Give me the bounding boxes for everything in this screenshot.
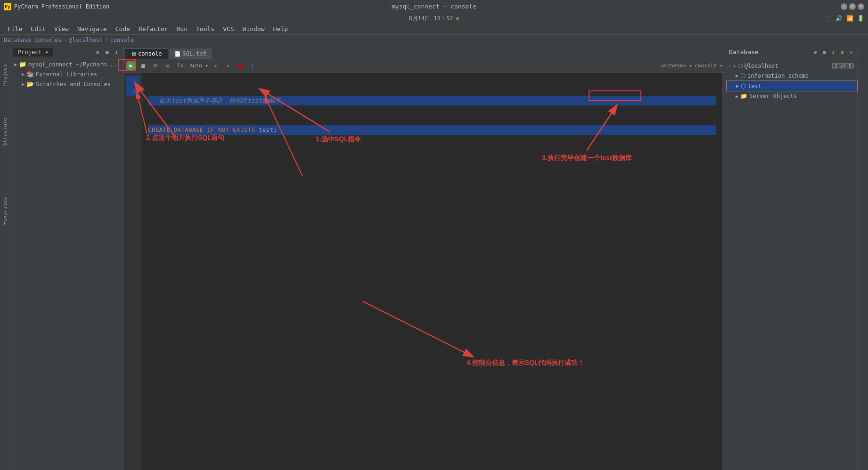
db-icon-info: ⬡	[740, 72, 745, 79]
editor-area: 🖥 console 📄 SQL.txt ▶ ⏹ ⟳ ⚙ Tx: Auto ▾ ↶…	[123, 45, 726, 470]
db-expand-icon: ▾	[733, 64, 736, 69]
more-button[interactable]: ⋮	[248, 61, 257, 71]
status-dot	[456, 17, 459, 20]
left-thin-bar: Project Structure Favorites	[0, 45, 10, 470]
db-check-icon: ✓	[728, 63, 731, 69]
system-bar-right: ⬛ 🔊 📶 🔋	[825, 15, 864, 22]
database-panel: Database ⊕ ≡ ↕ ⚙ ▽ ✓ ▾ ⬡ @localhost 2 of…	[726, 45, 858, 470]
code-line-2: CREATE DATABASE IF NOT EXISTS test;	[148, 125, 716, 135]
menu-tools[interactable]: Tools	[192, 24, 218, 33]
stop-button[interactable]: ⏹	[139, 61, 148, 71]
code-line-1: -- 如果test数据库不存在，就创建test数据库:	[148, 96, 716, 106]
scratches-icon: 📂	[26, 81, 34, 88]
db-badge: 2 of 5	[832, 63, 854, 69]
line-numbers: 1 2	[123, 73, 142, 470]
settings-button[interactable]: ⚙	[163, 61, 172, 71]
system-bar: 8月14日 15：52 ⬛ 🔊 📶 🔋	[0, 13, 868, 24]
breadcrumb-db-consoles[interactable]: Database Consoles	[4, 37, 62, 43]
project-tab-label[interactable]: Project	[2, 64, 8, 86]
db-toolbar: Database ⊕ ≡ ↕ ⚙ ▽	[726, 45, 858, 59]
schema-selector[interactable]: <schema> ▾	[661, 63, 692, 69]
sidebar-icon-collapse[interactable]: ≡	[103, 49, 111, 56]
menu-help[interactable]: Help	[270, 24, 292, 33]
editor-toolbar: ▶ ⏹ ⟳ ⚙ Tx: Auto ▾ ↶ ↷ ⏹ ⋮ <schema> ▾ co…	[123, 59, 726, 73]
menu-navigate[interactable]: Navigate	[74, 24, 111, 33]
menu-window[interactable]: Window	[239, 24, 269, 33]
tab-console[interactable]: 🖥 console	[125, 48, 168, 59]
breadcrumb-localhost[interactable]: @localhost	[69, 37, 103, 43]
db-settings-icon[interactable]: ⚙	[838, 49, 846, 56]
tab-sqltxt[interactable]: 📄 SQL.txt	[169, 49, 213, 59]
app-icon: Py	[4, 3, 11, 10]
db-item-test[interactable]: ▶ ⬡ test	[726, 81, 858, 91]
code-editor-container: 1 2 -- 如果test数据库不存在，就创建test数据库: CREATE D…	[123, 73, 726, 470]
app-title: PyCharm Professional Edition	[14, 3, 109, 10]
editor-scrollbar[interactable]	[722, 73, 726, 470]
favorites-tab-label[interactable]: Favorites	[2, 197, 8, 225]
debug-button[interactable]: ⟳	[151, 61, 160, 71]
sidebar-icon-settings[interactable]: ⚙	[94, 49, 101, 56]
right-thin-bar	[858, 45, 868, 470]
run-button[interactable]: ▶	[127, 62, 135, 70]
menu-file[interactable]: File	[4, 24, 26, 33]
sidebar-icon-sort[interactable]: ↕	[113, 49, 120, 56]
breadcrumb-console[interactable]: console	[110, 37, 134, 43]
menu-bar: File Edit View Navigate Code Refactor Ru…	[0, 24, 868, 35]
breadcrumb: Database Consoles › @localhost › console	[0, 35, 868, 45]
db-connection-item[interactable]: ✓ ▾ ⬡ @localhost 2 of 5	[726, 61, 858, 71]
run-button-highlighted[interactable]: ▶	[126, 61, 136, 71]
db-connection-icon: ⬡	[738, 63, 743, 69]
menu-code[interactable]: Code	[112, 24, 134, 33]
db-collapse-icon[interactable]: ≡	[820, 49, 828, 56]
editor-tab-bar: 🖥 console 📄 SQL.txt	[123, 45, 726, 59]
tx-label: Tx: Auto ▾	[177, 63, 208, 69]
warning-icon: ⚠	[141, 85, 145, 92]
db-filter-icon[interactable]: ▽	[847, 49, 855, 56]
code-editor[interactable]: 1 2 -- 如果test数据库不存在，就创建test数据库: CREATE D…	[123, 73, 722, 470]
project-icon: 📁	[19, 61, 26, 68]
lib-icon: 📚	[26, 71, 34, 78]
structure-tab-label[interactable]: Structure	[2, 118, 8, 146]
tree-item-scratches[interactable]: ▶ 📂 Scratches and Consoles	[10, 79, 123, 89]
window-title: mysql_connect – console	[392, 3, 476, 10]
maximize-button[interactable]: □	[849, 3, 856, 10]
db-icon-test: ⬡	[741, 82, 746, 89]
sidebar-toolbar: Project ▾ ⚙ ≡ ↕	[10, 45, 123, 59]
stop-red-button[interactable]: ⏹	[236, 61, 245, 71]
minimize-button[interactable]: –	[841, 3, 847, 10]
db-sort-icon[interactable]: ↕	[829, 49, 837, 56]
db-item-information-schema[interactable]: ▶ ⬡ information_schema	[726, 71, 858, 81]
menu-refactor[interactable]: Refactor	[135, 24, 172, 33]
sql-tab-icon: 📄	[174, 51, 181, 57]
undo-button[interactable]: ↶	[211, 61, 221, 71]
project-sidebar: Project ▾ ⚙ ≡ ↕ ▶ 📁 mysql_connect ~/Pych…	[10, 45, 123, 470]
code-content[interactable]: -- 如果test数据库不存在，就创建test数据库: CREATE DATAB…	[142, 73, 722, 470]
redo-button[interactable]: ↷	[223, 61, 233, 71]
db-arrow-info: ▶	[736, 73, 738, 78]
db-arrow-server: ▶	[736, 94, 738, 99]
db-icon-server: 📁	[740, 93, 747, 99]
title-bar-controls: – □ ×	[841, 3, 864, 10]
main-layout: Project Structure Favorites Project ▾ ⚙ …	[0, 45, 868, 470]
db-refresh-icon[interactable]: ⊕	[811, 49, 819, 56]
console-tab-icon: 🖥	[131, 51, 136, 57]
sidebar-tab-project[interactable]: Project ▾	[13, 48, 53, 57]
title-bar-left: Py PyCharm Professional Edition	[4, 3, 109, 10]
title-bar: Py PyCharm Professional Edition mysql_co…	[0, 0, 868, 13]
menu-run[interactable]: Run	[173, 24, 191, 33]
db-toolbar-icons: ⊕ ≡ ↕ ⚙ ▽	[811, 49, 855, 56]
menu-vcs[interactable]: VCS	[219, 24, 237, 33]
db-arrow-test: ▶	[736, 83, 739, 89]
db-tree: ✓ ▾ ⬡ @localhost 2 of 5 ▶ ⬡ information_…	[726, 59, 858, 103]
console-selector[interactable]: console ▾	[695, 63, 723, 69]
menu-edit[interactable]: Edit	[27, 24, 49, 33]
system-time: 8月14日 15：52	[409, 15, 459, 23]
menu-view[interactable]: View	[50, 24, 73, 33]
tree-item-external-libs[interactable]: ▶ 📚 External Libraries	[10, 69, 123, 79]
db-item-server-objects[interactable]: ▶ 📁 Server Objects	[726, 91, 858, 101]
tree-item-project[interactable]: ▶ 📁 mysql_connect ~/Pycharm...	[10, 59, 123, 69]
close-button[interactable]: ×	[858, 3, 864, 10]
